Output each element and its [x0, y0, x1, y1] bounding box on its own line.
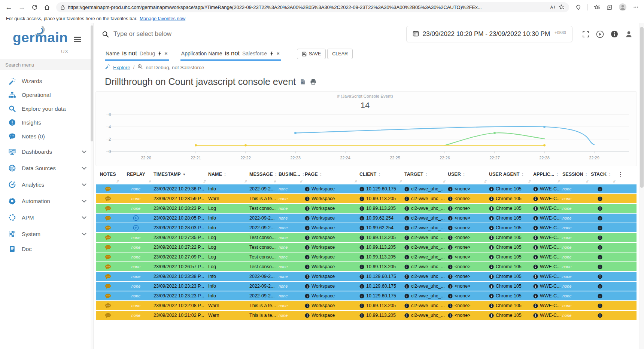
user-agent-cell[interactable]: Chrome 105: [487, 262, 532, 271]
user-agent-cell[interactable]: Chrome 105: [487, 194, 532, 203]
info-icon[interactable]: [489, 206, 494, 211]
sort-icon[interactable]: ▲▼: [224, 172, 226, 176]
user-cell[interactable]: <none>: [446, 223, 487, 232]
client-cell[interactable]: 10.129.60.175: [358, 282, 403, 291]
timestamp-cell[interactable]: 23/09/2022 10:23:23 P...: [152, 282, 207, 291]
info-icon[interactable]: [359, 255, 364, 260]
target-cell[interactable]: cl2-wwe_uhc_...: [403, 243, 446, 252]
sidebar-search-input[interactable]: [0, 59, 93, 70]
chevron-down-icon[interactable]: [82, 214, 86, 219]
business-cell[interactable]: none: [277, 214, 303, 223]
table-row[interactable]: none23/09/2022 10:26:57 P...LogTest cons…: [96, 262, 637, 271]
chevron-down-icon[interactable]: [82, 181, 86, 186]
notes-cell[interactable]: [96, 204, 120, 213]
chevron-down-icon[interactable]: [82, 149, 86, 153]
note-comment-icon[interactable]: [105, 284, 111, 289]
table-menu-icon[interactable]: ⋮: [616, 169, 628, 179]
info-icon[interactable]: [448, 313, 453, 318]
replay-cell[interactable]: none: [120, 311, 152, 320]
business-cell[interactable]: none: [277, 194, 303, 203]
session-cell[interactable]: none: [561, 204, 589, 213]
timestamp-cell[interactable]: 23/09/2022 10:28:05 P...: [152, 214, 207, 223]
info-icon[interactable]: [305, 196, 310, 201]
page-cell[interactable]: Workspace: [303, 223, 358, 232]
name-cell[interactable]: Info: [207, 184, 248, 193]
info-icon[interactable]: [359, 196, 364, 201]
business-cell[interactable]: none: [277, 291, 303, 300]
column-header-busine[interactable]: BUSINE...▲▼: [277, 169, 303, 179]
user-agent-cell[interactable]: Chrome 105: [487, 204, 532, 213]
session-cell[interactable]: none: [561, 262, 589, 271]
timestamp-cell[interactable]: 23/09/2022 10:27:09 P...: [152, 252, 207, 261]
info-icon[interactable]: [533, 274, 538, 279]
hamburger-menu-icon[interactable]: [74, 37, 81, 38]
notes-cell[interactable]: [96, 301, 120, 310]
info-icon[interactable]: [489, 274, 494, 279]
global-search[interactable]: [102, 30, 400, 38]
app-logo[interactable]: germain UX: [0, 23, 93, 59]
info-icon[interactable]: [489, 245, 494, 250]
info-icon[interactable]: [359, 216, 364, 221]
note-comment-icon[interactable]: [105, 245, 111, 250]
session-cell[interactable]: none: [561, 311, 589, 320]
table-row[interactable]: none23/09/2022 10:29:36 P...Info2022-09-…: [96, 184, 637, 193]
user-cell[interactable]: <none>: [446, 272, 487, 281]
business-cell[interactable]: none: [277, 252, 303, 261]
info-icon[interactable]: [305, 216, 310, 221]
close-icon[interactable]: ×: [164, 50, 168, 56]
target-cell[interactable]: cl2-wwe_uhc_...: [403, 301, 446, 310]
info-icon[interactable]: [359, 235, 364, 240]
session-cell[interactable]: none: [561, 223, 589, 232]
close-icon[interactable]: ×: [276, 50, 280, 56]
client-cell[interactable]: 10.99.62.254: [358, 223, 403, 232]
message-cell[interactable]: Test conso...: [248, 252, 277, 261]
info-icon[interactable]: [598, 264, 602, 269]
url-text[interactable]: https://germainapm-prod.uhc.com/germaina…: [68, 4, 547, 10]
note-comment-icon[interactable]: [105, 206, 111, 211]
save-button[interactable]: SAVE: [297, 49, 326, 59]
info-icon[interactable]: [305, 245, 310, 250]
notes-cell[interactable]: [96, 311, 120, 320]
timestamp-cell[interactable]: 23/09/2022 10:28:59 P...: [152, 194, 207, 203]
user-cell[interactable]: <none>: [446, 262, 487, 271]
target-cell[interactable]: cl2-wwe_uhc_...: [403, 311, 446, 320]
filter-chip-name[interactable]: Name is not Debug ×: [105, 50, 169, 61]
info-icon[interactable]: [404, 206, 409, 211]
info-icon[interactable]: [598, 196, 602, 201]
target-cell[interactable]: cl2-wwe_uhc_...: [403, 252, 446, 261]
info-icon[interactable]: [404, 294, 409, 299]
info-icon[interactable]: [359, 206, 364, 211]
info-icon[interactable]: [359, 245, 364, 250]
note-comment-icon[interactable]: [105, 225, 111, 231]
info-icon[interactable]: [598, 294, 602, 299]
message-cell[interactable]: 2022-09-2...: [248, 291, 277, 300]
application-cell[interactable]: WWE-C...: [532, 214, 561, 223]
info-icon[interactable]: [611, 30, 618, 38]
note-comment-icon[interactable]: [105, 186, 111, 192]
sort-icon[interactable]: ▲▼: [585, 172, 587, 176]
timestamp-cell[interactable]: 23/09/2022 10:27:22 P...: [152, 243, 207, 252]
business-cell[interactable]: none: [277, 262, 303, 271]
replay-cell[interactable]: none: [120, 301, 152, 310]
column-header-replay[interactable]: REPLAY: [120, 169, 152, 179]
info-icon[interactable]: [305, 206, 310, 211]
info-icon[interactable]: [533, 313, 538, 318]
client-cell[interactable]: 10.129.60.175: [358, 184, 403, 193]
client-cell[interactable]: 10.99.113.205: [358, 233, 403, 242]
notes-cell[interactable]: [96, 184, 120, 193]
page-cell[interactable]: Workspace: [303, 184, 358, 193]
info-icon[interactable]: [448, 255, 453, 260]
page-cell[interactable]: Workspace: [303, 262, 358, 271]
info-icon[interactable]: [448, 226, 453, 230]
sort-icon[interactable]: ▲▼: [320, 172, 322, 176]
client-cell[interactable]: 10.129.60.175: [358, 291, 403, 300]
info-icon[interactable]: [404, 255, 409, 260]
business-cell[interactable]: none: [277, 282, 303, 291]
info-icon[interactable]: [598, 274, 602, 279]
info-icon[interactable]: [489, 303, 494, 308]
info-icon[interactable]: [598, 206, 602, 211]
info-icon[interactable]: [598, 226, 602, 230]
info-icon[interactable]: [598, 216, 602, 221]
info-icon[interactable]: [305, 274, 310, 279]
info-icon[interactable]: [305, 294, 310, 299]
